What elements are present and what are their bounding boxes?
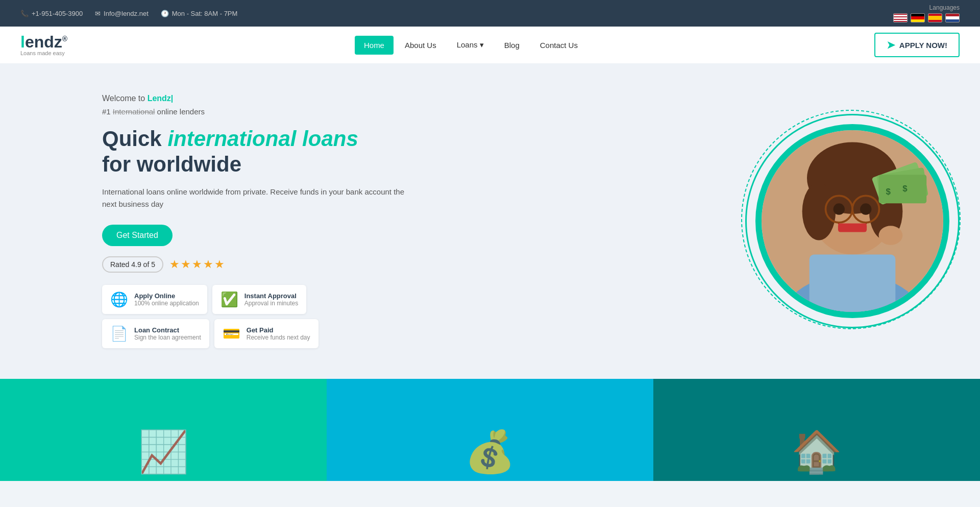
step-contract-sub: Sign the loan agreement: [134, 334, 201, 341]
email-address: Info@lendz.net: [104, 10, 149, 17]
hero-title: Quick international loans for worldwide: [102, 126, 408, 178]
step-contract: 📄 Loan Contract Sign the loan agreement: [102, 319, 209, 348]
step-approval-label: Instant Approval: [244, 292, 298, 300]
step-paid-icon: 💳: [223, 325, 240, 342]
phone-icon: 📞: [20, 10, 29, 17]
nav-home[interactable]: Home: [355, 36, 394, 55]
bottom-section-teal: 📈: [0, 379, 327, 481]
apply-arrow-icon: ➤: [887, 39, 895, 51]
svg-rect-17: [810, 254, 896, 311]
bottom-icon-chart: 📈: [138, 428, 189, 481]
step-approval-icon: ✅: [220, 291, 238, 308]
nav-about[interactable]: About Us: [396, 36, 446, 55]
logo-text: lendz®: [20, 34, 67, 50]
welcome-prefix: Welcome to: [102, 94, 145, 103]
hero-section: Welcome to Lendz| #1 International onlin…: [0, 63, 980, 379]
languages-section: Languages: [893, 4, 960, 22]
business-hours: Mon - Sat: 8AM - 7PM: [172, 10, 238, 17]
step-apply: 🌐 Apply Online 100% online application: [102, 285, 207, 314]
svg-text:$: $: [886, 187, 891, 197]
hours-item: 🕐 Mon - Sat: 8AM - 7PM: [161, 10, 238, 17]
subtitle-line: #1 International online lenders: [102, 107, 408, 116]
hero-image-svg: $ $: [762, 124, 943, 318]
get-started-button[interactable]: Get Started: [102, 225, 173, 246]
flag-nl[interactable]: [945, 13, 960, 22]
hero-circle-inner: $ $: [755, 124, 949, 318]
svg-text:$: $: [902, 184, 908, 194]
step-paid-text: Get Paid Receive funds next day: [247, 326, 310, 341]
step-contract-label: Loan Contract: [134, 326, 201, 334]
flag-de[interactable]: [911, 13, 925, 22]
brand-name: Lendz|: [148, 94, 174, 103]
step-approval-text: Instant Approval Approval in minutes: [244, 292, 298, 307]
step-paid: 💳 Get Paid Receive funds next day: [214, 319, 318, 348]
svg-point-18: [879, 226, 903, 245]
top-bar-contact: 📞 +1-951-405-3900 ✉ Info@lendz.net 🕐 Mon…: [20, 10, 237, 17]
subtitle-striked: International: [113, 107, 155, 116]
clock-icon: 🕐: [161, 10, 169, 17]
step-contract-text: Loan Contract Sign the loan agreement: [134, 326, 201, 341]
nav-blog[interactable]: Blog: [495, 36, 529, 55]
main-nav: Home About Us Loans ▾ Blog Contact Us: [355, 35, 587, 55]
subtitle-rest: online lenders: [157, 107, 205, 116]
step-apply-sub: 100% online application: [134, 300, 199, 307]
step-paid-label: Get Paid: [247, 326, 310, 334]
bottom-row: 📈 💰 🏠: [0, 379, 980, 481]
title-highlight: international loans: [167, 127, 358, 151]
title-line2: for worldwide: [102, 152, 241, 176]
logo[interactable]: lendz® Loans made easy: [20, 34, 67, 56]
header: lendz® Loans made easy Home About Us Loa…: [0, 27, 980, 63]
step-apply-icon: 🌐: [110, 291, 128, 308]
bottom-section-cyan: 💰: [327, 379, 653, 481]
nav-loans[interactable]: Loans ▾: [448, 35, 493, 55]
step-paid-sub: Receive funds next day: [247, 334, 310, 341]
welcome-line: Welcome to Lendz|: [102, 94, 408, 103]
step-approval: ✅ Instant Approval Approval in minutes: [212, 285, 306, 314]
rating-row: Rated 4.9 of 5 ★★★★★: [102, 256, 408, 273]
bottom-section-dark-teal: 🏠: [653, 379, 980, 481]
email-item: ✉ Info@lendz.net: [95, 10, 149, 17]
phone-item: 📞 +1-951-405-3900: [20, 10, 83, 17]
svg-rect-11: [838, 224, 867, 232]
apply-now-button[interactable]: ➤ APPLY NOW!: [874, 33, 960, 57]
subtitle-prefix: #1: [102, 107, 113, 116]
step-cards: 🌐 Apply Online 100% online application ✅…: [102, 285, 408, 348]
step-approval-sub: Approval in minutes: [244, 300, 298, 307]
svg-point-9: [834, 203, 845, 214]
step-apply-text: Apply Online 100% online application: [134, 292, 199, 307]
flag-row: [893, 13, 960, 22]
svg-point-10: [860, 203, 871, 214]
flag-es[interactable]: [928, 13, 942, 22]
languages-label: Languages: [929, 4, 960, 11]
hero-description: International loans online worldwide fro…: [102, 186, 408, 210]
logo-rest: endz®: [25, 33, 67, 51]
flag-us[interactable]: [893, 13, 908, 22]
step-apply-label: Apply Online: [134, 292, 199, 300]
hero-content: Welcome to Lendz| #1 International onlin…: [102, 94, 408, 348]
svg-point-4: [802, 183, 836, 240]
bottom-icon-house: 🏠: [791, 428, 842, 481]
hero-image-wrap: $ $: [745, 114, 960, 328]
apply-btn-label: APPLY NOW!: [899, 41, 947, 50]
email-icon: ✉: [95, 10, 101, 17]
stars: ★★★★★: [169, 258, 226, 271]
phone-number: +1-951-405-3900: [32, 10, 83, 17]
step-contract-icon: 📄: [110, 325, 128, 342]
top-bar: 📞 +1-951-405-3900 ✉ Info@lendz.net 🕐 Mon…: [0, 0, 980, 27]
logo-l: l: [20, 33, 25, 51]
rating-badge: Rated 4.9 of 5: [102, 256, 163, 273]
logo-tagline: Loans made easy: [20, 50, 67, 56]
bottom-icon-money: 💰: [464, 428, 516, 481]
nav-contact[interactable]: Contact Us: [531, 36, 587, 55]
title-plain: Quick: [102, 127, 167, 151]
